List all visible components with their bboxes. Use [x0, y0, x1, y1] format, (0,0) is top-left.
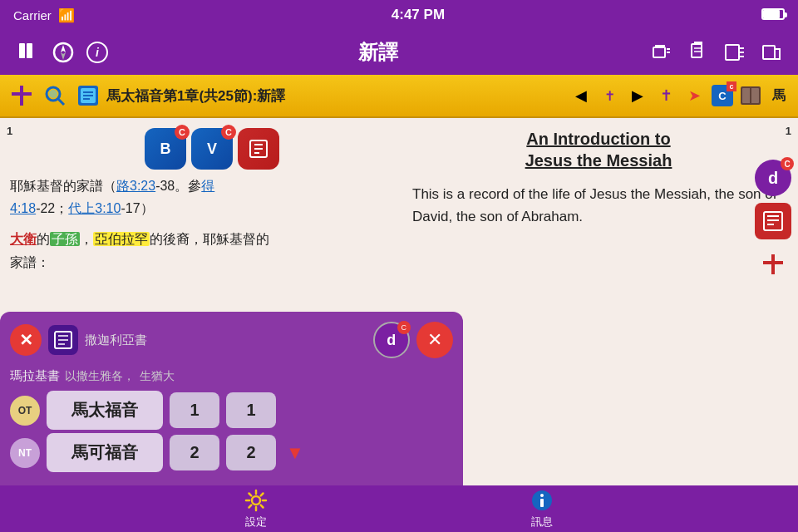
nav-title: 新譯 — [358, 39, 398, 66]
link-ruth[interactable]: 得 — [201, 179, 214, 193]
popup-malachi-text: 瑪拉基書 — [10, 368, 60, 384]
app-icons-row: B C V C — [35, 128, 389, 170]
status-bar: Carrier 📶 4:47 PM — [0, 0, 798, 30]
abraham-highlight: 亞伯拉罕 — [93, 232, 150, 246]
son-highlight: 子孫 — [50, 232, 80, 246]
time-label: 4:47 PM — [392, 7, 445, 23]
battery-indicator — [761, 8, 785, 22]
toolbar-cross-icon[interactable] — [7, 81, 37, 111]
svg-rect-18 — [763, 46, 775, 59]
commentary-body: This is a record of the life of Jesus th… — [412, 183, 785, 228]
mark-chapter[interactable]: 2 — [170, 435, 219, 470]
compass-icon[interactable] — [50, 39, 76, 66]
mark-button[interactable]: 馬可福音 — [47, 433, 163, 472]
verse2-text1: 的 — [37, 232, 50, 246]
settings-label: 設定 — [245, 515, 267, 530]
svg-marker-5 — [61, 45, 66, 52]
popup-suffix2: 生猶大 — [140, 369, 175, 384]
nav-icon-4[interactable] — [758, 39, 785, 66]
svg-marker-6 — [61, 52, 66, 60]
info-tab[interactable]: 訊息 — [513, 483, 571, 532]
toolbar-right: ◀ ✝ ▶ ✝ ➤ C c 馬 — [569, 83, 791, 108]
svg-rect-7 — [653, 47, 665, 57]
link-luke[interactable]: 路3:23 — [116, 179, 155, 193]
right-icon-d[interactable]: d C — [755, 160, 791, 196]
svg-rect-41 — [763, 261, 783, 264]
popup-close-button[interactable]: ✕ — [10, 324, 42, 356]
toolbar-red-arrow[interactable]: ➤ — [682, 83, 707, 108]
right-verse-number: 1 — [786, 125, 791, 137]
toolbar-cross-small[interactable]: ✝ — [597, 83, 622, 108]
toolbar-book-icon[interactable] — [73, 81, 103, 111]
nav-right-buttons — [648, 39, 785, 66]
popup-float-icon-1[interactable]: d C — [373, 322, 410, 358]
svg-line-22 — [58, 99, 64, 105]
link-suffix3: -17） — [121, 201, 153, 215]
nt-badge[interactable]: NT — [10, 438, 40, 468]
david-highlight: 大衛 — [10, 232, 37, 246]
title-line1: An Introduction to — [526, 130, 670, 148]
matthew-book-row: OT 馬太福音 1 1 — [10, 391, 453, 430]
link-ruth-2[interactable]: 4:18 — [10, 201, 36, 215]
verse-number-1: 1 — [7, 125, 12, 137]
mark-red-arrow[interactable]: ▼ — [286, 442, 304, 464]
carrier-label: Carrier — [13, 8, 52, 22]
right-icon-strongs[interactable] — [755, 203, 791, 239]
svg-rect-11 — [692, 44, 702, 57]
matthew-verse[interactable]: 1 — [226, 392, 276, 428]
verse2-text3: 的後裔，耶穌基督的 — [150, 232, 269, 246]
strongs-app-icon[interactable] — [238, 128, 279, 170]
matthew-chapter[interactable]: 1 — [170, 392, 219, 428]
popup-small-icon[interactable] — [48, 325, 78, 355]
popup-malachi-suffix: 以撒生雅各， — [65, 369, 135, 384]
right-panel-icons: d C — [755, 160, 791, 283]
toolbar-cross-up[interactable]: ✝ — [653, 83, 678, 108]
popup-search-text: 撒迦利亞書 — [85, 332, 367, 348]
ot-badge[interactable]: OT — [10, 396, 40, 426]
settings-icon — [244, 488, 268, 513]
toolbar-search-icon[interactable] — [40, 81, 70, 111]
toolbar-chapter-text: 馬太福音第1章(共25節):新譯 — [106, 86, 565, 106]
nav-icon-3[interactable] — [722, 39, 748, 66]
mark-book-row: NT 馬可福音 2 2 ▼ — [10, 433, 453, 472]
toolbar: 馬太福音第1章(共25節):新譯 ◀ ✝ ▶ ✝ ➤ C c 馬 — [0, 75, 798, 118]
mark-verse[interactable]: 2 — [226, 435, 276, 470]
link-chron[interactable]: 代上3:10 — [68, 201, 121, 215]
bookmark-icon[interactable] — [13, 39, 40, 66]
svg-point-46 — [252, 496, 260, 505]
bible-app-icon[interactable]: B C — [145, 128, 186, 170]
main-content: 1 B C V C 耶穌基督的家譜（路3:23-38。參得 — [0, 118, 798, 485]
verse-2-text: 大衛的子孫，亞伯拉罕的後裔，耶穌基督的 家譜： — [10, 228, 389, 273]
nav-left-buttons: i — [13, 39, 108, 66]
nav-icon-2[interactable] — [685, 39, 712, 66]
popup-overlay: ✕ 撒迦利亞書 d C ✕ 瑪拉基書 以撒生雅各， — [0, 312, 463, 485]
title-line2: Jesus the Messiah — [525, 151, 672, 170]
toolbar-arrow-right[interactable]: ▶ — [625, 83, 650, 108]
svg-rect-14 — [726, 45, 739, 60]
commentary-title: An Introduction to Jesus the Messiah — [412, 128, 785, 171]
popup-float-icon-2[interactable]: ✕ — [416, 322, 453, 358]
verse-app-icon[interactable]: V C — [191, 128, 233, 170]
toolbar-horse-text: 馬 — [766, 83, 791, 108]
link-suffix1: -38。參 — [155, 179, 201, 193]
toolbar-arrow-left[interactable]: ◀ — [569, 83, 594, 108]
popup-malachi-row: 瑪拉基書 以撒生雅各， 生猶大 — [10, 365, 453, 387]
svg-point-48 — [540, 494, 544, 497]
nav-icon-1[interactable] — [648, 39, 675, 66]
status-left: Carrier 📶 — [13, 7, 75, 23]
matthew-button[interactable]: 馬太福音 — [47, 391, 163, 430]
toolbar-c-badge[interactable]: C c — [710, 83, 735, 108]
verse-1-text: 耶穌基督的家譜（路3:23-38。參得 4:18-22；代上3:10-17） — [10, 175, 389, 219]
verse-heading-text: 耶穌基督的家譜（ — [10, 179, 116, 193]
svg-rect-49 — [540, 499, 544, 507]
toolbar-book-right[interactable] — [738, 83, 763, 108]
link-suffix2: -22； — [36, 201, 68, 215]
info-icon[interactable]: i — [86, 42, 108, 63]
svg-point-23 — [49, 90, 57, 98]
info-tab-icon — [530, 488, 554, 513]
tab-bar: 設定 訊息 — [0, 485, 798, 532]
settings-tab[interactable]: 設定 — [227, 483, 285, 532]
verse2-text2: ， — [80, 232, 93, 246]
right-icon-cross[interactable] — [755, 246, 791, 283]
info-tab-label: 訊息 — [531, 515, 553, 530]
